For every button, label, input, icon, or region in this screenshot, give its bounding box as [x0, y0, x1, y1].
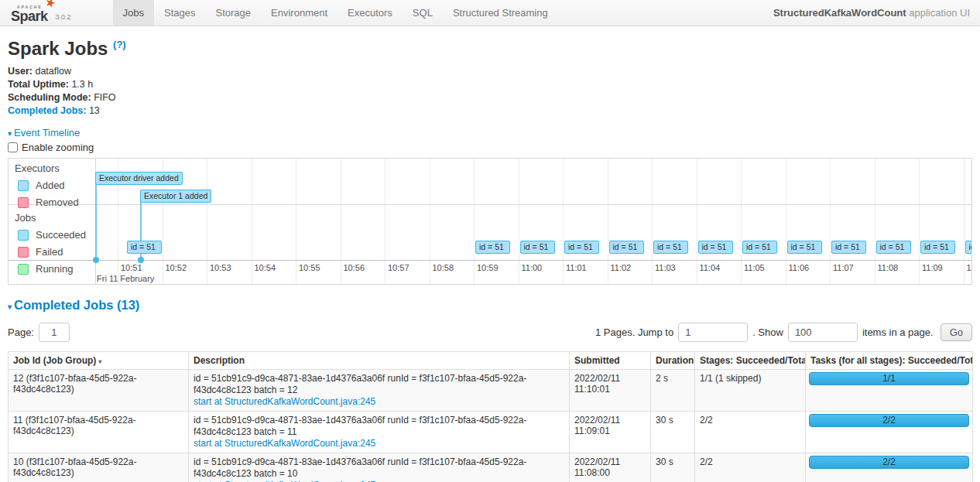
job-timeline-item[interactable]: id = 51 [965, 241, 973, 254]
job-timeline-item[interactable]: id = 51 [920, 241, 955, 254]
completed-jobs-section-header[interactable]: ▾Completed Jobs (13) [8, 298, 980, 313]
timeline-gridline [741, 159, 742, 284]
tasks-progress-bar: 2/2 [809, 414, 969, 427]
blue-swatch-icon [18, 180, 29, 191]
tab-executors[interactable]: Executors [338, 0, 403, 26]
timeline-gridline [519, 159, 519, 284]
legend-group-executors: Executors [15, 162, 95, 174]
timeline-gridline [875, 159, 875, 284]
legend-label: Removed [36, 197, 79, 208]
column-header-duration[interactable]: Duration [651, 352, 695, 370]
job-timeline-item[interactable]: id = 51 [831, 241, 866, 254]
timeline-gridline [652, 159, 653, 284]
job-timeline-item[interactable]: id = 51 [520, 241, 555, 254]
submitted-cell: 2022/02/11 11:09:01 [570, 412, 651, 453]
timeline-legend: ExecutorsAddedRemovedJobsSucceededFailed… [9, 159, 95, 275]
red-swatch-icon [18, 247, 29, 258]
column-header-description[interactable]: Description [189, 352, 570, 370]
legend-item-running: Running [18, 263, 95, 275]
tab-structured-streaming[interactable]: Structured Streaming [443, 0, 558, 26]
legend-label: Running [36, 263, 73, 275]
timeline-gridline [964, 159, 965, 284]
tasks-progress-bar: 1/1 [809, 372, 969, 385]
axis-tick-label: 10:51 [121, 263, 142, 272]
job-detail-link[interactable]: start at StructuredKafkaWordCount.java:2… [194, 396, 564, 408]
job-timeline-item[interactable]: id = 51 [564, 241, 599, 254]
timeline-gridline [341, 159, 341, 284]
column-header-stages-succeeded-total[interactable]: Stages: Succeeded/Total [695, 352, 806, 370]
tasks-progress-cell: 2/2 [806, 412, 973, 453]
duration-cell: 30 s [651, 453, 695, 482]
timeline-gridline [430, 159, 430, 284]
enable-zooming-checkbox[interactable] [8, 142, 18, 152]
event-timeline-panel: 10:5110:5210:5310:5410:5510:5610:5710:58… [8, 158, 972, 285]
job-id-cell: 10 (f3f1c107-bfaa-45d5-922a-f43dc4c8c123… [9, 453, 189, 482]
tab-stages[interactable]: Stages [154, 0, 205, 26]
job-row: 10 (f3f1c107-bfaa-45d5-922a-f43dc4c8c123… [9, 453, 973, 482]
legend-item-removed: Removed [18, 197, 95, 208]
summary-uptime: Total Uptime: 1.3 h [8, 78, 980, 91]
stages-cell: 2/2 [695, 412, 806, 453]
completed-jobs-link[interactable]: Completed Jobs: [8, 105, 86, 116]
tab-jobs[interactable]: Jobs [113, 0, 154, 26]
legend-group-jobs: Jobs [15, 212, 95, 224]
completed-jobs-table: Job Id (Job Group)▾DescriptionSubmittedD… [8, 351, 973, 482]
tasks-progress-cell: 1/1 [806, 370, 973, 412]
go-button[interactable]: Go [941, 323, 972, 341]
timeline-gridline [919, 159, 920, 284]
legend-label: Failed [36, 246, 63, 258]
pagination-bar: Page: 1 Pages. Jump to . Show items in a… [8, 323, 972, 342]
tab-storage[interactable]: Storage [206, 0, 262, 26]
job-timeline-item[interactable]: id = 51 [876, 241, 911, 254]
axis-tick-label: 11:01 [566, 263, 587, 272]
axis-major-label: Fri 11 February [97, 274, 154, 283]
job-timeline-item[interactable]: id = 51 [475, 241, 510, 254]
job-timeline-item[interactable]: id = 51 [787, 241, 822, 254]
axis-tick-label: 11:10 [967, 263, 973, 272]
tasks-progress-cell: 2/2 [806, 453, 973, 482]
job-description-cell: id = 51cb91c9-d9ca-4871-83ae-1d4376a3a06… [189, 412, 570, 453]
submitted-cell: 2022/02/11 11:10:01 [570, 370, 651, 412]
job-row: 11 (f3f1c107-bfaa-45d5-922a-f43dc4c8c123… [9, 412, 973, 453]
column-header-submitted[interactable]: Submitted [570, 352, 651, 370]
group-separator [9, 204, 971, 205]
job-timeline-item[interactable]: id = 51 [653, 241, 688, 254]
green-swatch-icon [18, 264, 29, 275]
page-number-input[interactable] [39, 323, 70, 342]
spark-version: 3.0.2 [56, 13, 71, 21]
jump-to-page-input[interactable] [678, 323, 748, 342]
application-suffix: application UI [906, 7, 970, 19]
column-header-job-id-job-group[interactable]: Job Id (Job Group)▾ [9, 352, 189, 370]
job-detail-link[interactable]: start at StructuredKafkaWordCount.java:2… [194, 438, 564, 450]
help-link[interactable]: (?) [113, 39, 126, 50]
application-name: StructuredKafkaWordCount [773, 7, 906, 19]
job-timeline-item[interactable]: id = 51 [698, 241, 733, 254]
tab-environment[interactable]: Environment [261, 0, 338, 26]
timeline-gridline [608, 159, 608, 284]
job-timeline-item[interactable]: id = 51 [742, 241, 777, 254]
job-timeline-item[interactable]: id = 51 [127, 241, 162, 254]
event-timeline-toggle[interactable]: ▾Event Timeline [8, 127, 80, 138]
sort-arrow-icon: ▾ [98, 358, 101, 365]
axis-tick-label: 10:59 [477, 263, 499, 272]
column-header-tasks-for-all-stages-succeeded-total[interactable]: Tasks (for all stages): Succeeded/Total [806, 352, 973, 370]
axis-tick-label: 10:53 [210, 263, 231, 272]
job-row: 12 (f3f1c107-bfaa-45d5-922a-f43dc4c8c123… [9, 370, 973, 412]
job-timeline-item[interactable]: id = 51 [609, 241, 644, 254]
executor-event-dot [93, 257, 99, 263]
axis-tick-label: 10:56 [344, 263, 365, 272]
axis-tick-label: 11:03 [655, 263, 676, 272]
axis-tick-label: 10:58 [433, 263, 454, 272]
duration-cell: 2 s [651, 370, 695, 412]
axis-tick-label: 11:08 [878, 263, 899, 272]
job-description-text: id = 51cb91c9-d9ca-4871-83ae-1d4376a3a06… [194, 373, 564, 396]
timeline-gridline [385, 159, 385, 284]
items-per-page-label: items in a page. [862, 326, 934, 338]
tab-sql[interactable]: SQL [403, 0, 443, 26]
timeline-gridline [697, 159, 697, 284]
job-description-text: id = 51cb91c9-d9ca-4871-83ae-1d4376a3a06… [194, 415, 564, 438]
items-per-page-input[interactable] [788, 323, 858, 342]
application-title: StructuredKafkaWordCount application UI [773, 7, 980, 19]
page-title: Spark Jobs (?) [8, 38, 980, 60]
timeline-gridline [786, 159, 786, 284]
